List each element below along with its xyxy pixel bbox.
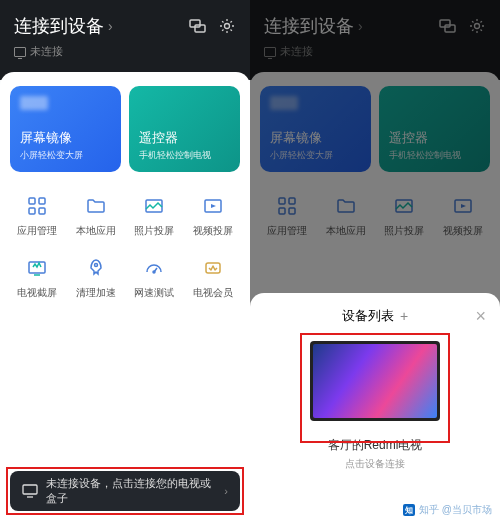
grid-speed-test[interactable]: 网速测试 (127, 256, 182, 300)
app-header: 连接到设备 › 未连接 (0, 0, 250, 80)
svg-point-11 (153, 271, 155, 273)
connection-status: 未连接 (14, 44, 236, 59)
grid-vip[interactable]: 电视会员 (186, 256, 241, 300)
svg-rect-6 (39, 208, 45, 214)
remote-card[interactable]: 遥控器 手机轻松控制电视 (129, 86, 240, 172)
chevron-right-icon: › (224, 485, 228, 497)
svg-rect-13 (23, 485, 37, 494)
apps-icon (25, 194, 49, 218)
feature-grid: 应用管理 本地应用 照片投屏 视频投屏 电视截屏 (10, 194, 240, 300)
gauge-icon (142, 256, 166, 280)
watermark: 知 知乎 @当贝市场 (403, 503, 492, 517)
grid-cleanup[interactable]: 清理加速 (69, 256, 124, 300)
grid-app-manage[interactable]: 应用管理 (10, 194, 65, 238)
add-device-button[interactable]: + (400, 308, 408, 324)
svg-point-10 (94, 264, 97, 267)
screenshot-icon (25, 256, 49, 280)
svg-rect-5 (29, 208, 35, 214)
device-list-sheet: 设备列表 + × 客厅的Redmi电视 点击设备连接 (250, 293, 500, 523)
title-group[interactable]: 连接到设备 › (14, 14, 113, 38)
zhihu-icon: 知 (403, 504, 415, 516)
grid-photo-cast[interactable]: 照片投屏 (127, 194, 182, 238)
page-title: 连接到设备 (14, 14, 104, 38)
tv-thumbnail (310, 341, 440, 421)
device-item[interactable]: 客厅的Redmi电视 点击设备连接 (264, 341, 486, 471)
folder-icon (84, 194, 108, 218)
grid-screenshot[interactable]: 电视截屏 (10, 256, 65, 300)
monitor-icon (14, 47, 26, 57)
rocket-icon (84, 256, 108, 280)
svg-point-2 (225, 24, 230, 29)
svg-rect-4 (39, 198, 45, 204)
screen-mirror-card[interactable]: 屏幕镜像 小屏轻松变大屏 (10, 86, 121, 172)
chevron-right-icon: › (108, 18, 113, 34)
grid-local-app[interactable]: 本地应用 (69, 194, 124, 238)
svg-rect-12 (206, 263, 220, 273)
close-icon[interactable]: × (475, 306, 486, 327)
photo-icon (142, 194, 166, 218)
monitor-icon (22, 484, 38, 498)
sheet-title: 设备列表 (342, 307, 394, 325)
switch-icon[interactable] (188, 17, 206, 35)
vip-icon (201, 256, 225, 280)
video-icon (201, 194, 225, 218)
connect-banner[interactable]: 未连接设备，点击连接您的电视或盒子 › (10, 471, 240, 511)
svg-rect-3 (29, 198, 35, 204)
gear-icon[interactable] (218, 17, 236, 35)
grid-video-cast[interactable]: 视频投屏 (186, 194, 241, 238)
